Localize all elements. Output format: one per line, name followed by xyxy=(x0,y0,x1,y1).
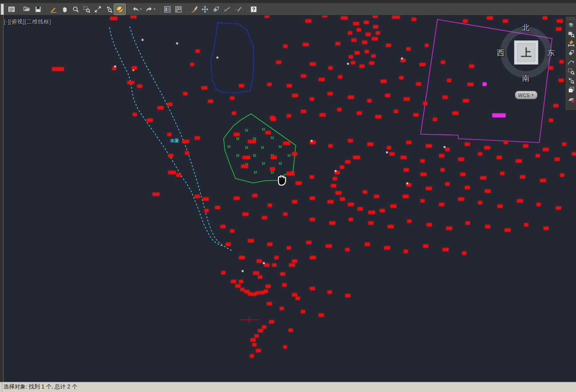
cross-marker[interactable] xyxy=(240,316,259,323)
toolbar-grip-handle[interactable] xyxy=(567,17,575,19)
viewcube-top-face[interactable]: 上 xyxy=(514,40,538,65)
field-boundary[interactable] xyxy=(224,114,296,183)
grass-symbol[interactable] xyxy=(253,155,256,156)
undo-button[interactable] xyxy=(130,4,141,15)
undo-dropdown-caret[interactable]: ▾ xyxy=(140,7,143,11)
move-button[interactable] xyxy=(199,4,210,15)
toolbar-separator xyxy=(45,5,46,14)
toolbar-separator xyxy=(19,5,19,14)
main-toolbar: ▾▾? xyxy=(0,0,576,16)
pan-hand-cursor xyxy=(275,174,287,189)
construction-line-button[interactable] xyxy=(221,4,232,15)
match-properties-button[interactable] xyxy=(188,4,199,15)
viewcube-west[interactable]: 西 xyxy=(497,48,504,58)
pan-button[interactable] xyxy=(59,4,70,15)
help-button[interactable]: ? xyxy=(248,4,259,15)
grass-symbol[interactable] xyxy=(228,146,231,147)
cad-application-window: { "window": { "viewport_label": "[-][俯视]… xyxy=(0,0,576,392)
sketch-button[interactable] xyxy=(48,4,59,15)
measure-icon xyxy=(567,39,575,47)
grass-symbol[interactable] xyxy=(262,128,265,130)
nav-zoom-rect-button[interactable] xyxy=(566,66,576,76)
divider xyxy=(2,382,2,392)
redo-dropdown-caret[interactable]: ▾ xyxy=(154,7,157,11)
redline-marker-icon xyxy=(116,5,124,13)
toolbar-separator xyxy=(127,5,128,14)
ray-button[interactable] xyxy=(232,4,244,15)
yellow-tick-marker[interactable] xyxy=(132,67,135,71)
canal-right-bank[interactable] xyxy=(130,27,232,251)
pond-boundary[interactable] xyxy=(211,23,254,93)
ray-icon xyxy=(234,5,242,13)
grass-symbol[interactable] xyxy=(288,155,291,156)
viewcube[interactable]: 上 北 南 西 东 xyxy=(499,26,553,79)
section-disabled-icon xyxy=(567,95,575,103)
command-history-line: 选择对象: 找到 1 个, 总计 2 个 xyxy=(0,382,576,391)
nav-zoom-previous-icon xyxy=(567,77,575,85)
viewcube-south[interactable]: 南 xyxy=(522,74,530,84)
steering-wheel-icon xyxy=(567,21,575,29)
redline-marker-button[interactable] xyxy=(114,4,125,15)
orbit-icon xyxy=(212,5,220,13)
save-file-button[interactable] xyxy=(32,4,43,15)
redo-icon xyxy=(145,5,153,13)
toolbar-separator xyxy=(186,5,186,14)
sketch-icon xyxy=(50,5,58,13)
measure-button[interactable] xyxy=(566,39,576,48)
undo-icon xyxy=(131,5,139,13)
grass-symbol[interactable] xyxy=(262,163,265,164)
viewcube-east[interactable]: 东 xyxy=(547,48,555,58)
grass-symbol[interactable] xyxy=(271,155,274,156)
zoom-previous-button[interactable] xyxy=(103,4,114,15)
grass-symbol[interactable] xyxy=(261,147,264,148)
grass-symbol[interactable] xyxy=(236,138,240,140)
drawing-vector-layer[interactable] xyxy=(0,0,576,392)
left-panel-edge[interactable] xyxy=(0,16,4,382)
grass-symbol[interactable] xyxy=(245,129,248,131)
redo-button[interactable] xyxy=(143,4,155,15)
steering-wheel-button[interactable] xyxy=(566,20,576,29)
zoom-extents-button[interactable] xyxy=(92,4,103,15)
svg-text:?: ? xyxy=(252,7,255,12)
section-disabled-button[interactable] xyxy=(566,94,576,104)
nav-zoom-window-button[interactable] xyxy=(566,29,576,39)
menu-browser-button[interactable] xyxy=(6,4,17,15)
grass-symbol[interactable] xyxy=(279,146,282,147)
grass-symbol[interactable] xyxy=(271,171,274,173)
toolbar-separator xyxy=(159,5,160,14)
command-line-bar[interactable]: 选择对象: 找到 1 个, 总计 2 个 选择对象 xyxy=(0,382,576,392)
show-motion-button[interactable] xyxy=(566,85,576,94)
viewport-controls-label[interactable]: [-][俯视][二维线框] xyxy=(4,18,51,26)
orbit-button[interactable] xyxy=(210,4,221,15)
canal-left-bank[interactable] xyxy=(109,27,224,246)
tool-palettes-icon xyxy=(174,5,182,13)
nav-orbit-button[interactable] xyxy=(566,48,576,57)
grass-symbol[interactable] xyxy=(271,137,274,139)
wcs-dropdown-button[interactable]: WCS ▼ xyxy=(515,91,537,99)
wcs-label: WCS xyxy=(518,93,530,98)
properties-palette-button[interactable] xyxy=(162,4,173,15)
match-properties-icon xyxy=(190,5,198,13)
grass-symbol[interactable] xyxy=(236,155,240,156)
grass-symbol[interactable] xyxy=(245,147,248,148)
viewcube-north[interactable]: 北 xyxy=(522,23,530,33)
grass-symbol[interactable] xyxy=(253,138,256,140)
grass-symbol[interactable] xyxy=(254,171,257,173)
construction-line-icon xyxy=(223,5,231,13)
zoom-window-button[interactable] xyxy=(81,4,92,15)
toolbar-button-groups: ▾▾? xyxy=(0,3,259,15)
zoom-realtime-icon xyxy=(72,5,80,13)
grass-symbol[interactable] xyxy=(279,163,282,164)
menu-browser-icon xyxy=(8,5,15,13)
nav-zoom-window-icon xyxy=(567,30,575,38)
navigation-toolbar xyxy=(565,16,576,111)
partial-icon xyxy=(1,4,4,15)
viewcube-top-label: 上 xyxy=(521,46,532,60)
tool-palettes-button[interactable] xyxy=(173,4,184,15)
grass-symbol[interactable] xyxy=(245,163,248,165)
open-file-button[interactable] xyxy=(21,4,32,15)
zoom-realtime-button[interactable] xyxy=(70,4,81,15)
nav-zoom-previous-button[interactable] xyxy=(566,76,576,85)
canal-text-label[interactable]: 水渠 xyxy=(170,138,179,144)
swing-arc-button[interactable] xyxy=(566,57,576,66)
